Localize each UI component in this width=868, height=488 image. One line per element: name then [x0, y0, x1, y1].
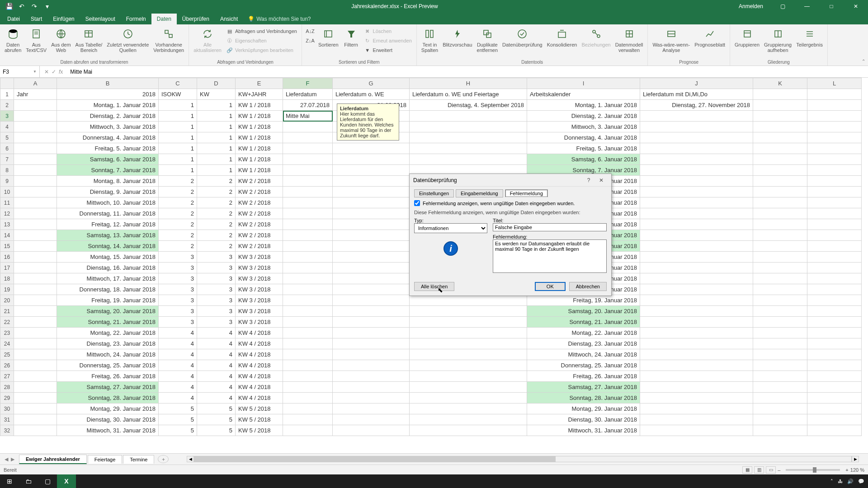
row-header-21[interactable]: 21	[0, 306, 14, 317]
cell-E19[interactable]: KW 3 / 2018	[236, 284, 283, 295]
cell-J21[interactable]	[640, 306, 753, 317]
row-header-19[interactable]: 19	[0, 284, 14, 295]
cell-J5[interactable]	[640, 132, 753, 143]
cell-L5[interactable]	[807, 132, 862, 143]
cell-K30[interactable]	[753, 404, 807, 414]
cell-J25[interactable]	[640, 349, 753, 360]
cell-D11[interactable]: 2	[197, 197, 236, 208]
cell-L23[interactable]	[807, 328, 862, 338]
cell-E10[interactable]: KW 2 / 2018	[236, 187, 283, 197]
error-message-textarea[interactable]: Es werden nur Datumsangaben erlaubt die …	[493, 239, 607, 273]
cell-D15[interactable]: 2	[197, 241, 236, 252]
cell-C31[interactable]: 5	[159, 414, 197, 425]
cell-B9[interactable]: Montag, 8. Januar 2018	[57, 176, 159, 187]
row-header-32[interactable]: 32	[0, 425, 14, 436]
cell-L20[interactable]	[807, 295, 862, 306]
advanced-filter-button[interactable]: ▼Erweitert	[363, 46, 413, 55]
row-header-2[interactable]: 2	[0, 100, 14, 111]
edit-links-button[interactable]: 🔗Verknüpfungen bearbeiten	[225, 46, 298, 55]
cell-J18[interactable]	[640, 273, 753, 284]
cell-C26[interactable]: 4	[159, 360, 197, 371]
cell-D32[interactable]: 5	[197, 425, 236, 436]
cell-D13[interactable]: 2	[197, 219, 236, 230]
cell-I27[interactable]: Freitag, 26. Januar 2018	[527, 371, 640, 382]
cell-F18[interactable]	[283, 273, 333, 284]
sheet-tab-feiertage[interactable]: Feiertage	[88, 455, 122, 464]
cell-K12[interactable]	[753, 208, 807, 219]
subtotal-button[interactable]: Teilergebnis	[794, 26, 825, 56]
row-header-9[interactable]: 9	[0, 176, 14, 187]
get-data-button[interactable]: Datenabrufen	[3, 26, 23, 56]
tray-chevron-up-icon[interactable]: ˄	[830, 479, 833, 484]
cell-L4[interactable]	[807, 122, 862, 132]
name-box[interactable]: F3 ▼	[0, 66, 40, 77]
row-header-3[interactable]: 3	[0, 111, 14, 122]
cell-B16[interactable]: Montag, 15. Januar 2018	[57, 252, 159, 263]
cell-L3[interactable]	[807, 111, 862, 122]
forecast-sheet-button[interactable]: Prognoseblatt	[693, 26, 727, 56]
properties-button[interactable]: 🛈Eigenschaften	[225, 36, 298, 45]
row-header-10[interactable]: 10	[0, 187, 14, 197]
cell-A20[interactable]	[14, 295, 57, 306]
cell-A15[interactable]	[14, 241, 57, 252]
cell-C32[interactable]: 5	[159, 425, 197, 436]
row-header-23[interactable]: 23	[0, 328, 14, 338]
cell-K31[interactable]	[753, 414, 807, 425]
cell-H29[interactable]	[410, 393, 527, 404]
data-validation-button[interactable]: Datenüberprüfung	[500, 26, 544, 56]
cell-E15[interactable]: KW 2 / 2018	[236, 241, 283, 252]
cell-I6[interactable]: Freitag, 5. Januar 2018	[527, 143, 640, 154]
cell-J26[interactable]	[640, 360, 753, 371]
cell-J31[interactable]	[640, 414, 753, 425]
cell-H1[interactable]: Lieferdatum o. WE und Feiertage	[410, 89, 527, 100]
cell-G31[interactable]	[333, 414, 410, 425]
cell-B31[interactable]: Dienstag, 30. Januar 2018	[57, 414, 159, 425]
cell-L18[interactable]	[807, 273, 862, 284]
cell-K7[interactable]	[753, 154, 807, 165]
cell-K14[interactable]	[753, 230, 807, 241]
cell-K27[interactable]	[753, 371, 807, 382]
cell-L9[interactable]	[807, 176, 862, 187]
cell-D8[interactable]: 1	[197, 165, 236, 176]
cell-A1[interactable]: Jahr	[14, 89, 57, 100]
cell-L10[interactable]	[807, 187, 862, 197]
group-button[interactable]: Gruppieren	[733, 26, 761, 56]
cell-D7[interactable]: 1	[197, 154, 236, 165]
from-web-button[interactable]: Aus demWeb	[49, 26, 72, 56]
cell-D17[interactable]: 3	[197, 263, 236, 273]
consolidate-button[interactable]: Konsolidieren	[545, 26, 579, 56]
cell-A3[interactable]	[14, 111, 57, 122]
cell-B28[interactable]: Samstag, 27. Januar 2018	[57, 382, 159, 393]
minimize-icon[interactable]: —	[797, 0, 817, 13]
cell-C14[interactable]: 2	[159, 230, 197, 241]
tab-daten[interactable]: Daten	[151, 14, 177, 24]
cell-D12[interactable]: 2	[197, 208, 236, 219]
row-header-31[interactable]: 31	[0, 414, 14, 425]
cell-G12[interactable]	[333, 208, 410, 219]
cell-D28[interactable]: 4	[197, 382, 236, 393]
cell-F12[interactable]	[283, 208, 333, 219]
cell-G18[interactable]	[333, 273, 410, 284]
cell-B24[interactable]: Dienstag, 23. Januar 2018	[57, 338, 159, 349]
cell-H21[interactable]	[410, 306, 527, 317]
cell-L19[interactable]	[807, 284, 862, 295]
cell-L12[interactable]	[807, 208, 862, 219]
cell-K16[interactable]	[753, 252, 807, 263]
cell-J2[interactable]: Dienstag, 27. November 2018	[640, 100, 753, 111]
sort-asc-button[interactable]: A↓Z	[306, 27, 315, 36]
cell-C29[interactable]: 4	[159, 393, 197, 404]
cell-K20[interactable]	[753, 295, 807, 306]
row-header-20[interactable]: 20	[0, 295, 14, 306]
row-header-11[interactable]: 11	[0, 197, 14, 208]
zoom-level[interactable]: 120 %	[850, 467, 864, 473]
cell-B21[interactable]: Samstag, 20. Januar 2018	[57, 306, 159, 317]
cell-I5[interactable]: Donnerstag, 4. Januar 2018	[527, 132, 640, 143]
title-input[interactable]	[493, 223, 607, 231]
cell-G26[interactable]	[333, 360, 410, 371]
cell-C5[interactable]: 1	[159, 132, 197, 143]
cell-D3[interactable]: 1	[197, 111, 236, 122]
collapse-ribbon-icon[interactable]: ⌃	[862, 59, 865, 64]
cell-K13[interactable]	[753, 219, 807, 230]
cell-E18[interactable]: KW 3 / 2018	[236, 273, 283, 284]
enter-formula-icon[interactable]: ✓	[52, 69, 56, 75]
